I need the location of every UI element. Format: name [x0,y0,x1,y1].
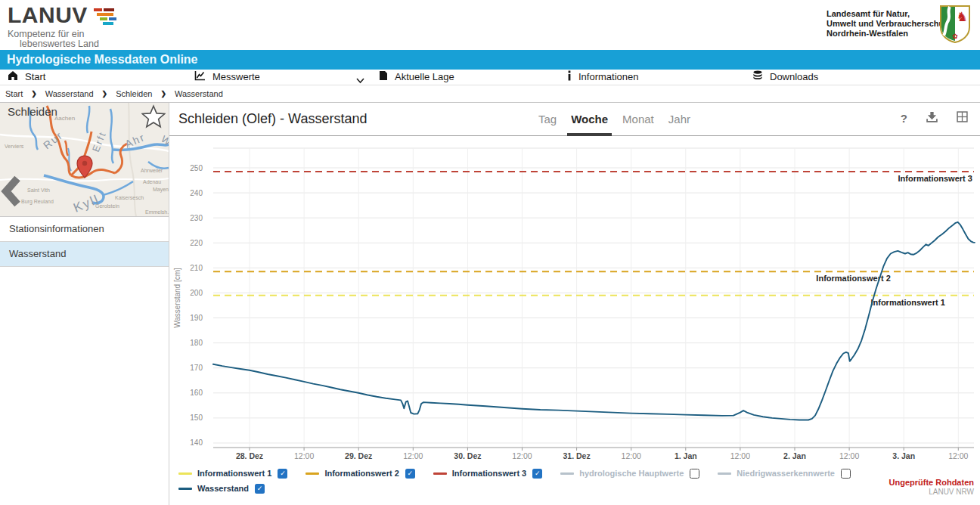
app-title: Hydrologische Messdaten Online [7,53,198,66]
nav-item-downloads[interactable]: Downloads [752,70,818,83]
nav-item-informationen[interactable]: Informationen [567,70,639,83]
page-title: Schleiden (Olef) - Wasserstand [178,111,367,127]
place-label: Aachen [54,115,75,122]
help-icon[interactable]: ? [901,112,907,125]
legend-swatch [433,472,447,475]
period-tabs: TagWocheMonatJahr [538,103,690,136]
place-label: Emmelsh. [145,209,169,215]
chevron-down-icon[interactable] [356,75,364,86]
favorite-star-icon[interactable] [141,104,166,132]
agency-name: Landesamt für Natur, Umwelt und Verbrauc… [826,9,951,39]
place-label: Mayen [153,187,169,193]
svg-text:12:00: 12:00 [403,451,423,460]
svg-text:2. Jan: 2. Jan [783,451,806,460]
page: LANUV Kompetenz für ein lebenswertes Lan… [0,0,980,505]
breadcrumb-item-wasserstand-3[interactable]: Wasserstand [175,89,223,98]
breadcrumb-separator-icon: ❯ [31,90,37,98]
breadcrumb: Start❯Wasserstand❯Schleiden❯Wasserstand [0,85,980,103]
home-icon [8,70,18,83]
database-icon [752,70,763,83]
tab-woche[interactable]: Woche [571,103,608,136]
breadcrumb-item-schleiden-2[interactable]: Schleiden [116,89,152,98]
legend-label: Wasserstand [197,484,249,493]
legend-swatch [560,472,574,475]
unverified-data-label: Ungeprüfte Rohdaten [889,478,974,487]
svg-text:12:00: 12:00 [294,451,314,460]
chart-legend: Informationswert 1✓Informationswert 2✓In… [178,468,869,498]
legend-checkbox-wasserstand[interactable]: ✓ [255,484,265,494]
svg-text:12:00: 12:00 [512,451,532,460]
legend-checkbox-hydrologische-hauptwerte[interactable] [690,469,699,479]
legend-checkbox-niedrigwasserkennwerte[interactable] [841,469,851,479]
nav-item-messwerte[interactable]: Messwerte [194,70,260,83]
nav-item-start[interactable]: Start [8,70,45,83]
place-label: Burg Reuland [21,199,54,205]
legend-item-hydrologische-hauptwerte: hydrologische Hauptwerte [560,469,699,479]
app-banner: Hydrologische Messdaten Online [0,50,980,70]
legend-label: Niedrigwasserkennwerte [737,469,835,478]
place-label: Verviers [5,144,24,149]
lanuv-bars-icon [92,8,121,29]
page-icon [379,70,388,83]
svg-text:Informationswert 3: Informationswert 3 [898,174,972,183]
legend-swatch [305,472,319,475]
data-quality-note: Ungeprüfte Rohdaten LANUV NRW [889,478,974,496]
place-label: Gerolstein [95,203,119,209]
svg-text:250: 250 [190,164,203,172]
svg-text:✿: ✿ [952,33,958,40]
lanuv-logo[interactable]: LANUV Kompetenz für ein lebenswertes Lan… [8,4,121,48]
svg-text:Wasserstand [cm]: Wasserstand [cm] [173,268,181,328]
tab-jahr[interactable]: Jahr [668,103,690,136]
svg-text:170: 170 [190,364,203,372]
svg-text:160: 160 [190,389,203,397]
legend-swatch [178,488,192,490]
svg-text:1. Jan: 1. Jan [675,451,697,460]
svg-text:140: 140 [190,438,203,447]
chart-toolbar: ? [901,111,968,125]
svg-text:28. Dez: 28. Dez [236,451,263,460]
svg-text:12:00: 12:00 [622,451,641,460]
svg-text:230: 230 [190,214,203,222]
legend-checkbox-informationswert-1[interactable]: ✓ [278,469,287,479]
legend-item-informationswert-3: Informationswert 3✓ [433,469,542,479]
legend-checkbox-informationswert-2[interactable]: ✓ [405,469,415,479]
chart-header: Schleiden (Olef) - Wasserstand TagWocheM… [169,103,980,136]
data-source-label: LANUV NRW [889,488,974,496]
svg-text:190: 190 [190,314,203,322]
chart-panel: Schleiden (Olef) - Wasserstand TagWocheM… [169,103,980,505]
lanuv-wordmark: LANUV [8,4,88,26]
svg-text:210: 210 [190,264,203,272]
svg-text:29. Dez: 29. Dez [345,451,372,460]
svg-text:Informationswert 1: Informationswert 1 [870,298,944,307]
legend-row: Informationswert 1✓Informationswert 2✓In… [178,468,869,479]
breadcrumb-item-start[interactable]: Start [5,89,23,98]
water-level-chart[interactable]: 14015016017018019020021022023024025028. … [169,136,979,463]
legend-item-informationswert-1: Informationswert 1✓ [178,469,287,479]
legend-row: Wasserstand✓ [178,483,869,494]
legend-checkbox-informationswert-3[interactable]: ✓ [532,469,542,479]
svg-text:31. Dez: 31. Dez [563,451,591,460]
lanuv-tagline: Kompetenz für ein lebenswertes Land [8,29,121,48]
breadcrumb-item-wasserstand[interactable]: Wasserstand [45,89,94,98]
svg-text:12:00: 12:00 [948,451,968,460]
legend-label: Informationswert 2 [324,469,399,478]
top-header: LANUV Kompetenz für ein lebenswertes Lan… [0,0,980,50]
nav-item-aktuelle-lage[interactable]: Aktuelle Lage [379,70,454,83]
sidebar-item-wasserstand[interactable]: Wasserstand [0,242,169,267]
main-area: RurErftAhrKyllWAachenVerviersAhrweilerAd… [0,103,980,505]
station-map[interactable]: RurErftAhrKyllWAachenVerviersAhrweilerAd… [0,103,169,216]
tab-tag[interactable]: Tag [538,103,557,136]
legend-label: hydrologische Hauptwerte [579,469,684,478]
collapse-sidebar-button[interactable] [0,175,23,210]
download-icon[interactable] [926,111,938,125]
main-nav: StartMesswerteAktuelle LageInformationen… [0,70,980,85]
tab-monat[interactable]: Monat [622,103,654,136]
legend-item-wasserstand: Wasserstand✓ [178,484,265,494]
place-label: Adenau [143,179,161,184]
station-name: Schleiden [8,105,57,118]
sidebar: RurErftAhrKyllWAachenVerviersAhrweilerAd… [0,103,169,505]
svg-text:♞: ♞ [956,10,967,24]
svg-text:200: 200 [190,289,203,297]
sidebar-item-stationsinformationen[interactable]: Stationsinformationen [0,217,169,242]
table-view-icon[interactable] [957,111,968,125]
